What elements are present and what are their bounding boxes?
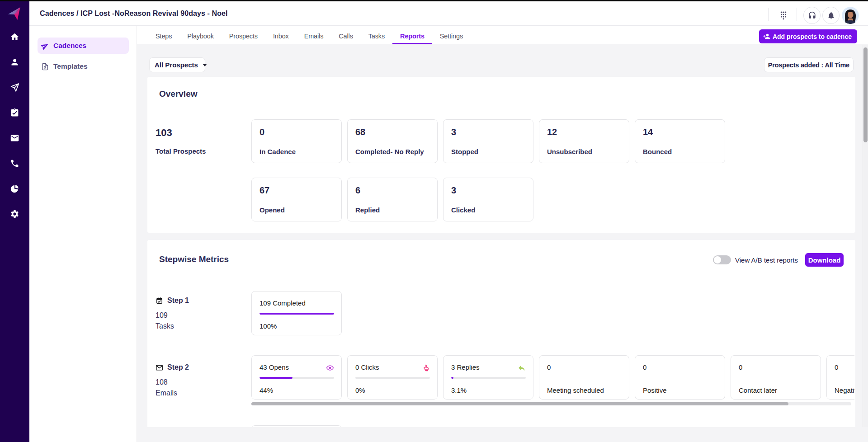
horizontal-scrollbar[interactable] — [251, 402, 851, 405]
stat-label: Replied — [355, 206, 380, 214]
metric-top-text: 0 — [739, 363, 742, 371]
secondary-sidebar: CadencesTemplates — [29, 26, 137, 442]
tab-inbox[interactable]: Inbox — [265, 26, 297, 44]
metric-percent: 100% — [259, 322, 277, 330]
stepwise-title: Stepwise Metrics — [159, 254, 229, 264]
tab-settings[interactable]: Settings — [432, 26, 471, 44]
metric-card: 0 Clicks0% — [347, 355, 438, 400]
stat-value: 3 — [451, 185, 456, 196]
stat-label: Bounced — [643, 148, 672, 155]
notifications-bell-button[interactable] — [822, 7, 840, 24]
step-name: Step 2 — [167, 363, 189, 371]
metric-top-text: 43 Opens — [259, 363, 289, 371]
metric-label: Positive — [643, 386, 667, 394]
stat-value: 3 — [451, 127, 456, 137]
tab-steps[interactable]: Steps — [148, 26, 179, 44]
step-name: Step 1 — [167, 296, 189, 305]
stat-label: Clicked — [451, 206, 475, 214]
total-prospects-label: Total Prospects — [156, 147, 206, 155]
overview-card: Overview 103 Total Prospects 0In Cadence… — [147, 77, 855, 233]
send-filled-icon — [41, 42, 49, 50]
metric-card: 0Negative — [826, 355, 854, 400]
download-button[interactable]: Download — [805, 253, 844, 267]
settings-icon — [10, 209, 19, 219]
stat-value: 12 — [547, 127, 557, 137]
step-count: 108 — [156, 378, 246, 386]
ab-test-toggle[interactable] — [713, 255, 731, 264]
rail-item-phone[interactable] — [0, 154, 29, 172]
metric-label: Meeting scheduled — [547, 386, 604, 394]
add-prospects-label: Add prospects to cadence — [773, 33, 852, 40]
chevron-down-icon — [203, 64, 207, 66]
date-range-box[interactable]: Prospects added : All Time — [764, 57, 854, 72]
step-header: Step 2 — [156, 363, 246, 371]
progress-fill — [259, 377, 292, 379]
rail-item-mail[interactable] — [0, 129, 29, 147]
metric-top-text: 0 — [547, 363, 551, 371]
overview-stat-card: 3Clicked — [443, 178, 533, 221]
metric-top-text: 109 Completed — [259, 299, 306, 307]
tab-tasks[interactable]: Tasks — [361, 26, 392, 44]
prospect-filter-dropdown[interactable]: All Prospects — [149, 57, 205, 72]
envelope-icon — [156, 364, 163, 371]
prospects-icon — [10, 57, 19, 67]
horizontal-scrollbar-thumb[interactable] — [251, 402, 788, 405]
home-icon — [10, 32, 19, 42]
tab-calls[interactable]: Calls — [331, 26, 360, 44]
content-scroll-area[interactable]: All Prospects Prospects added : All Time… — [137, 44, 868, 427]
user-avatar[interactable] — [842, 7, 859, 24]
tab-reports[interactable]: Reports — [392, 26, 432, 44]
metric-card: 0Meeting scheduled — [539, 355, 629, 400]
overview-stat-card: 12Unsubscribed — [539, 119, 629, 163]
dialpad-button[interactable] — [778, 9, 789, 21]
eye-icon — [326, 364, 334, 372]
metric-card: 0Contact later — [731, 355, 821, 400]
headset-icon — [808, 11, 816, 20]
overview-stat-card: 0In Cadence — [251, 119, 342, 163]
step-unit: Emails — [156, 389, 246, 397]
tab-prospects[interactable]: Prospects — [222, 26, 265, 44]
metric-top-text: 0 — [643, 363, 646, 371]
metric-card: 0Positive — [635, 355, 725, 400]
metric-top-text: 0 — [835, 363, 838, 371]
stat-value: 68 — [355, 127, 365, 137]
progress-bar — [259, 377, 334, 379]
tasks-icon — [10, 108, 19, 118]
sidebar-item-cadences[interactable]: Cadences — [38, 38, 129, 54]
rail-item-send[interactable] — [0, 78, 29, 96]
sidebar-item-templates[interactable]: Templates — [38, 58, 129, 75]
top-header: Cadences / ICP Lost -NoReason Revival 90… — [29, 1, 868, 26]
click-icon — [422, 364, 430, 372]
klenty-logo[interactable] — [6, 4, 24, 23]
metric-label: Negative — [835, 386, 854, 394]
progress-bar — [355, 377, 430, 379]
dialpad-icon — [779, 10, 788, 20]
step-summary-2: Step 2108Emails — [156, 363, 246, 397]
stat-label: Stopped — [451, 148, 478, 155]
tab-bar: StepsPlaybookProspectsInboxEmailsCallsTa… — [137, 26, 868, 44]
vertical-scrollbar[interactable] — [863, 45, 868, 427]
support-headset-button[interactable] — [803, 7, 821, 24]
metric-card-partial — [251, 425, 342, 427]
tab-emails[interactable]: Emails — [297, 26, 331, 44]
vertical-scrollbar-thumb[interactable] — [863, 47, 868, 142]
overview-stat-card: 68Completed- No Reply — [347, 119, 438, 163]
step-header: Step 1 — [156, 296, 246, 305]
window-top-strip — [0, 0, 868, 1]
rail-item-home[interactable] — [0, 28, 29, 46]
rail-item-reports[interactable] — [0, 179, 29, 197]
rail-item-people[interactable] — [0, 53, 29, 71]
add-prospects-button[interactable]: Add prospects to cadence — [759, 29, 857, 43]
rail-item-settings[interactable] — [0, 205, 29, 223]
main-area: StepsPlaybookProspectsInboxEmailsCallsTa… — [137, 26, 868, 442]
stat-label: Unsubscribed — [547, 148, 592, 155]
rail-item-tasks[interactable] — [0, 103, 29, 122]
app-screen: Cadences / ICP Lost -NoReason Revival 90… — [0, 0, 868, 442]
stat-value: 0 — [259, 127, 264, 137]
toggle-knob — [714, 256, 721, 263]
tab-playbook[interactable]: Playbook — [179, 26, 221, 44]
step-count: 109 — [156, 311, 246, 320]
metric-card: 3 Replies3.1% — [443, 355, 533, 400]
step-summary-1: Step 1109Tasks — [156, 296, 246, 330]
progress-bar — [451, 377, 526, 379]
